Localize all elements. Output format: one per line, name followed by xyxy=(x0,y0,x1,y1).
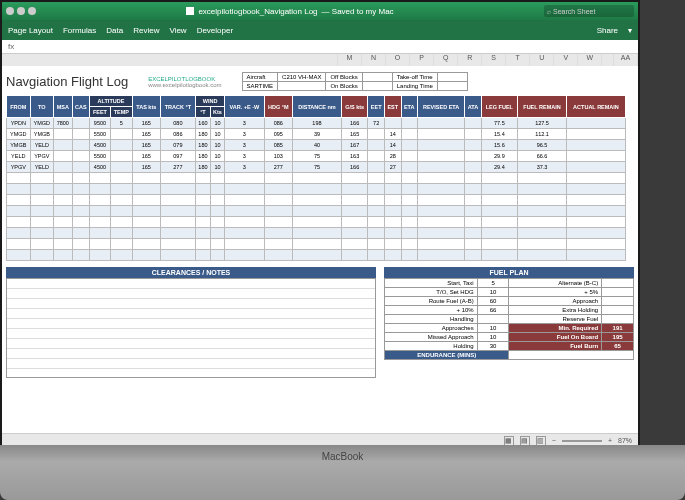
table-cell[interactable] xyxy=(368,162,385,173)
table-cell[interactable] xyxy=(566,228,625,239)
fuel-value[interactable]: 191 xyxy=(602,324,634,333)
table-cell[interactable] xyxy=(518,173,567,184)
table-cell[interactable] xyxy=(90,228,111,239)
table-cell[interactable] xyxy=(384,173,401,184)
table-cell[interactable]: 5500 xyxy=(90,151,111,162)
table-cell[interactable]: 77.5 xyxy=(481,118,517,129)
table-cell[interactable]: 165 xyxy=(132,118,160,129)
table-cell[interactable] xyxy=(566,129,625,140)
table-cell[interactable]: 180 xyxy=(196,140,211,151)
table-cell[interactable] xyxy=(465,151,481,162)
col-header[interactable]: P xyxy=(410,54,434,66)
tab-developer[interactable]: Developer xyxy=(197,26,233,35)
fuel-value[interactable]: 5 xyxy=(477,279,509,288)
view-normal-icon[interactable]: ▦ xyxy=(504,436,514,446)
table-cell[interactable] xyxy=(465,162,481,173)
table-cell[interactable]: 3 xyxy=(225,162,264,173)
table-cell[interactable]: 10 xyxy=(210,140,224,151)
table-cell[interactable]: YMGD xyxy=(30,118,54,129)
table-cell[interactable] xyxy=(196,184,211,195)
table-cell[interactable] xyxy=(210,250,224,261)
view-layout-icon[interactable]: ▤ xyxy=(520,436,530,446)
tab-data[interactable]: Data xyxy=(106,26,123,35)
tab-page-layout[interactable]: Page Layout xyxy=(8,26,53,35)
table-cell[interactable] xyxy=(293,195,342,206)
fuel-value[interactable]: 60 xyxy=(477,297,509,306)
info-cell[interactable] xyxy=(362,73,392,82)
table-cell[interactable]: 5 xyxy=(110,118,132,129)
table-cell[interactable] xyxy=(196,217,211,228)
info-cell[interactable]: Take-off Time xyxy=(392,73,437,82)
table-cell[interactable] xyxy=(7,217,31,228)
fuel-label[interactable]: Holding xyxy=(385,342,478,351)
table-cell[interactable] xyxy=(196,250,211,261)
table-cell[interactable] xyxy=(368,184,385,195)
col-header[interactable]: R xyxy=(458,54,482,66)
table-cell[interactable]: 28 xyxy=(384,151,401,162)
fuel-label[interactable]: Approaches xyxy=(385,324,478,333)
fuel-label[interactable]: Min. Required xyxy=(509,324,602,333)
table-cell[interactable] xyxy=(518,206,567,217)
table-cell[interactable] xyxy=(293,217,342,228)
table-cell[interactable]: 15.4 xyxy=(481,129,517,140)
search-field[interactable]: ⌕ Search Sheet xyxy=(544,5,634,17)
table-cell[interactable]: 086 xyxy=(160,129,195,140)
fuel-label[interactable]: Approach xyxy=(509,297,602,306)
table-cell[interactable]: 3 xyxy=(225,118,264,129)
table-cell[interactable] xyxy=(54,195,72,206)
table-cell[interactable] xyxy=(264,239,292,250)
table-cell[interactable] xyxy=(54,129,72,140)
table-cell[interactable]: 103 xyxy=(264,151,292,162)
table-cell[interactable] xyxy=(225,206,264,217)
table-cell[interactable] xyxy=(72,228,90,239)
table-cell[interactable] xyxy=(160,195,195,206)
table-cell[interactable] xyxy=(7,228,31,239)
col-header[interactable]: AA xyxy=(614,54,638,66)
fuel-label[interactable]: Reserve Fuel xyxy=(509,315,602,324)
table-cell[interactable] xyxy=(401,206,417,217)
table-cell[interactable] xyxy=(72,195,90,206)
table-cell[interactable]: 198 xyxy=(293,118,342,129)
table-cell[interactable] xyxy=(264,250,292,261)
info-cell[interactable]: C210 VH-MAX xyxy=(278,73,326,82)
table-cell[interactable] xyxy=(368,217,385,228)
table-cell[interactable]: 180 xyxy=(196,151,211,162)
table-cell[interactable] xyxy=(210,239,224,250)
table-cell[interactable] xyxy=(30,217,54,228)
table-cell[interactable] xyxy=(465,228,481,239)
table-cell[interactable] xyxy=(72,206,90,217)
table-cell[interactable] xyxy=(30,195,54,206)
table-cell[interactable]: 097 xyxy=(160,151,195,162)
table-cell[interactable] xyxy=(132,184,160,195)
table-cell[interactable] xyxy=(7,250,31,261)
fuel-label[interactable]: Handling xyxy=(385,315,478,324)
fuel-value[interactable]: 30 xyxy=(477,342,509,351)
table-cell[interactable] xyxy=(7,239,31,250)
table-cell[interactable]: 277 xyxy=(160,162,195,173)
table-cell[interactable] xyxy=(401,228,417,239)
table-cell[interactable] xyxy=(417,239,464,250)
table-cell[interactable]: 10 xyxy=(210,129,224,140)
table-cell[interactable]: YELD xyxy=(30,140,54,151)
table-cell[interactable] xyxy=(465,239,481,250)
table-cell[interactable] xyxy=(518,217,567,228)
table-cell[interactable] xyxy=(384,118,401,129)
table-cell[interactable] xyxy=(72,118,90,129)
table-cell[interactable] xyxy=(160,173,195,184)
table-cell[interactable] xyxy=(54,217,72,228)
table-cell[interactable] xyxy=(368,129,385,140)
table-cell[interactable] xyxy=(110,195,132,206)
table-cell[interactable] xyxy=(368,228,385,239)
table-cell[interactable]: YPDN xyxy=(7,118,31,129)
table-cell[interactable]: YMGB xyxy=(7,140,31,151)
table-cell[interactable]: 10 xyxy=(210,162,224,173)
table-cell[interactable] xyxy=(401,140,417,151)
table-cell[interactable]: 180 xyxy=(196,162,211,173)
table-cell[interactable] xyxy=(7,184,31,195)
table-cell[interactable] xyxy=(264,217,292,228)
table-cell[interactable] xyxy=(293,228,342,239)
fuel-value[interactable]: 66 xyxy=(477,306,509,315)
table-cell[interactable] xyxy=(518,184,567,195)
table-cell[interactable] xyxy=(196,206,211,217)
table-cell[interactable]: 166 xyxy=(341,162,368,173)
